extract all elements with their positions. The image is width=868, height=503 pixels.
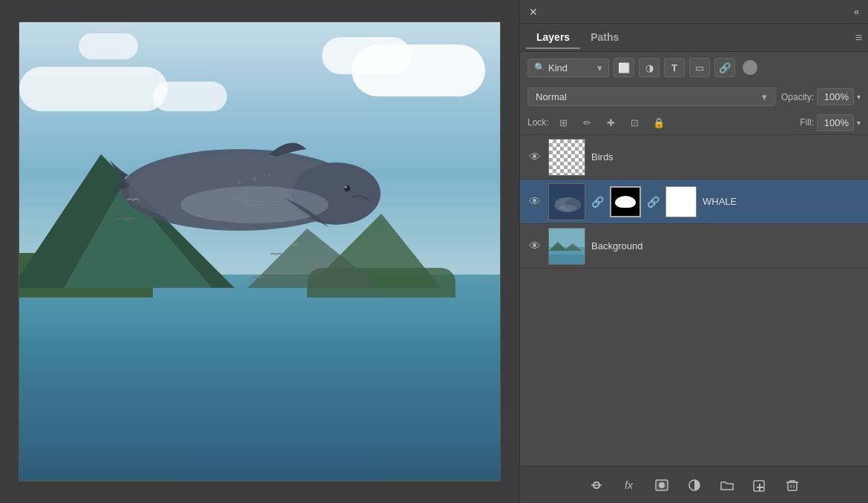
circle-half-icon bbox=[687, 479, 702, 492]
filter-smart-icon[interactable]: 🔗 bbox=[714, 58, 735, 77]
svg-point-7 bbox=[268, 174, 271, 177]
layer-link-whale: 🔗 bbox=[591, 196, 604, 208]
panel-header: ✕ « bbox=[520, 0, 868, 24]
whale-image bbox=[106, 123, 388, 242]
layer-name-whale: WHALE bbox=[703, 196, 861, 207]
canvas-area bbox=[0, 0, 519, 503]
kind-dropdown-arrow: ▾ bbox=[597, 62, 602, 73]
filter-shape-icon[interactable]: ▭ bbox=[689, 58, 710, 77]
kind-dropdown[interactable]: 🔍 Kind ▾ bbox=[527, 59, 609, 77]
cloud bbox=[79, 33, 138, 59]
opacity-label: Opacity: bbox=[781, 92, 814, 102]
layer-white-mask-whale bbox=[665, 186, 697, 217]
blend-mode-row: Normal ▾ Opacity: 100% ▾ bbox=[520, 83, 868, 111]
panel-collapse-button[interactable]: « bbox=[851, 5, 862, 19]
fx-button[interactable]: fx bbox=[619, 475, 640, 496]
fill-group: Fill: 100% ▾ bbox=[800, 114, 861, 131]
bird-2 bbox=[250, 274, 266, 282]
right-panel: ✕ « Layers Paths ≡ 🔍 Kind ▾ ⬜ ◑ T ▭ 🔗 No… bbox=[519, 0, 868, 503]
layer-checkerboard-birds bbox=[549, 139, 585, 175]
layer-mask-thumbnail-whale bbox=[610, 186, 641, 217]
water-layer bbox=[19, 274, 500, 481]
whale-thumb-content bbox=[549, 184, 585, 220]
layer-thumbnail-birds bbox=[548, 139, 585, 176]
new-group-button[interactable] bbox=[717, 475, 737, 496]
svg-point-12 bbox=[559, 205, 577, 211]
layer-name-background: Background bbox=[591, 240, 861, 252]
tabs-row: Layers Paths ≡ bbox=[520, 24, 868, 52]
panel-close-button[interactable]: ✕ bbox=[526, 4, 541, 19]
cloud bbox=[19, 67, 168, 111]
add-mask-button[interactable] bbox=[651, 475, 672, 496]
fill-label: Fill: bbox=[800, 117, 814, 128]
blend-mode-dropdown[interactable]: Normal ▾ bbox=[527, 88, 775, 106]
bird-1 bbox=[116, 215, 137, 224]
filter-row: 🔍 Kind ▾ ⬜ ◑ T ▭ 🔗 bbox=[520, 52, 868, 83]
delete-layer-button[interactable] bbox=[782, 475, 803, 496]
lock-artboards-btn[interactable]: ⊡ bbox=[626, 114, 644, 131]
lock-transparency-btn[interactable]: ⊞ bbox=[555, 114, 573, 131]
layer-item-whale[interactable]: 👁 🔗 🔗 bbox=[520, 180, 868, 224]
svg-point-5 bbox=[344, 185, 346, 188]
svg-point-20 bbox=[659, 482, 665, 488]
layer-item-birds[interactable]: 👁 Birds bbox=[520, 135, 868, 180]
layer-thumbnail-whale bbox=[548, 183, 585, 220]
bird-5 bbox=[125, 197, 140, 203]
folder-icon bbox=[720, 479, 734, 492]
layer-visibility-birds[interactable]: 👁 bbox=[527, 151, 542, 164]
bird-3 bbox=[269, 252, 283, 257]
add-layer-icon bbox=[752, 479, 767, 492]
lock-position-btn[interactable]: ✚ bbox=[602, 114, 620, 131]
tab-menu-icon[interactable]: ≡ bbox=[855, 31, 862, 45]
lock-label: Lock: bbox=[527, 117, 549, 128]
panel-toolbar: fx bbox=[520, 466, 868, 503]
whale-thumb-svg bbox=[549, 184, 585, 220]
layer-link-whale-2: 🔗 bbox=[647, 196, 660, 208]
mask-icon bbox=[654, 479, 669, 492]
lock-all-btn[interactable]: 🔒 bbox=[650, 114, 668, 131]
cloud bbox=[322, 37, 411, 74]
filter-adjustment-icon[interactable]: ◑ bbox=[639, 58, 660, 77]
bg-thumb-content bbox=[549, 229, 585, 264]
new-layer-button[interactable] bbox=[749, 475, 770, 496]
svg-point-6 bbox=[252, 177, 257, 181]
opacity-dropdown-arrow[interactable]: ▾ bbox=[857, 93, 861, 101]
filter-image-icon[interactable]: ⬜ bbox=[614, 58, 634, 77]
filter-text-icon[interactable]: T bbox=[664, 58, 685, 77]
fx-label: fx bbox=[625, 479, 633, 491]
bird-4 bbox=[289, 243, 300, 248]
tab-layers[interactable]: Layers bbox=[526, 27, 580, 49]
svg-rect-15 bbox=[549, 254, 585, 265]
layer-visibility-background[interactable]: 👁 bbox=[527, 240, 542, 253]
cloud bbox=[153, 82, 227, 111]
kind-label: Kind bbox=[548, 62, 568, 73]
fill-value[interactable]: 100% bbox=[817, 114, 854, 131]
blend-mode-label: Normal bbox=[536, 91, 567, 102]
svg-rect-25 bbox=[788, 482, 797, 490]
lock-row: Lock: ⊞ ✏ ✚ ⊡ 🔒 Fill: 100% ▾ bbox=[520, 111, 868, 135]
canvas-image bbox=[19, 22, 501, 481]
blend-mode-arrow: ▾ bbox=[762, 91, 767, 102]
adjustment-layer-button[interactable] bbox=[684, 475, 705, 496]
filter-state-circle[interactable] bbox=[743, 60, 757, 75]
opacity-group: Opacity: 100% ▾ bbox=[781, 88, 861, 105]
svg-point-8 bbox=[237, 180, 241, 184]
trash-icon bbox=[785, 479, 800, 492]
layer-item-background[interactable]: 👁 Background bbox=[520, 224, 868, 269]
opacity-value[interactable]: 100% bbox=[817, 88, 854, 105]
layer-name-birds: Birds bbox=[591, 151, 861, 162]
tab-paths[interactable]: Paths bbox=[580, 27, 629, 49]
mask-white-shape bbox=[615, 196, 636, 208]
bg-thumb-svg bbox=[549, 229, 585, 265]
link-icon bbox=[589, 479, 604, 492]
layer-thumbnail-background bbox=[548, 228, 585, 265]
lock-image-btn[interactable]: ✏ bbox=[579, 114, 596, 131]
link-layers-button[interactable] bbox=[586, 475, 607, 496]
fill-dropdown-arrow[interactable]: ▾ bbox=[857, 119, 861, 127]
layers-list: 👁 Birds 👁 bbox=[520, 135, 868, 466]
layer-visibility-whale[interactable]: 👁 bbox=[527, 195, 542, 208]
